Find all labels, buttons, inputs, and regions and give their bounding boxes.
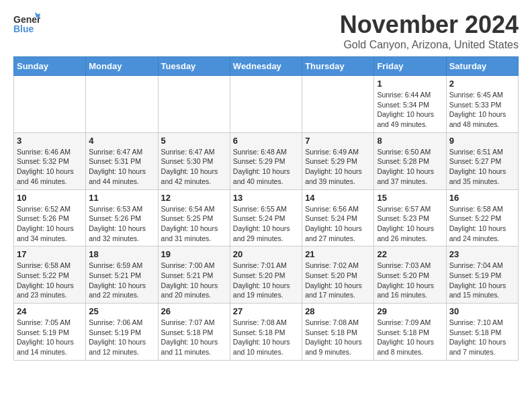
calendar-cell: 30Sunrise: 7:10 AM Sunset: 5:18 PM Dayli… <box>446 304 518 361</box>
day-number: 4 <box>89 136 154 146</box>
weekday-header-wednesday: Wednesday <box>230 57 302 76</box>
calendar-cell <box>158 76 230 133</box>
day-number: 11 <box>89 193 154 203</box>
day-info: Sunrise: 7:08 AM Sunset: 5:18 PM Dayligh… <box>305 318 371 357</box>
day-info: Sunrise: 6:57 AM Sunset: 5:23 PM Dayligh… <box>377 204 443 244</box>
day-info: Sunrise: 6:55 AM Sunset: 5:24 PM Dayligh… <box>233 204 299 244</box>
day-number: 16 <box>449 193 515 203</box>
day-info: Sunrise: 7:08 AM Sunset: 5:18 PM Dayligh… <box>233 318 299 357</box>
calendar-cell: 12Sunrise: 6:54 AM Sunset: 5:25 PM Dayli… <box>158 189 230 246</box>
weekday-header-row: SundayMondayTuesdayWednesdayThursdayFrid… <box>14 57 519 76</box>
day-info: Sunrise: 7:09 AM Sunset: 5:18 PM Dayligh… <box>377 318 443 357</box>
day-number: 24 <box>17 306 83 316</box>
month-title: November 2024 <box>340 11 519 39</box>
weekday-header-sunday: Sunday <box>14 57 86 76</box>
calendar-cell: 8Sunrise: 6:50 AM Sunset: 5:28 PM Daylig… <box>374 132 446 189</box>
calendar-cell: 27Sunrise: 7:08 AM Sunset: 5:18 PM Dayli… <box>230 304 302 361</box>
calendar-cell: 10Sunrise: 6:52 AM Sunset: 5:26 PM Dayli… <box>14 189 86 246</box>
day-number: 22 <box>377 249 443 259</box>
calendar-cell: 25Sunrise: 7:06 AM Sunset: 5:19 PM Dayli… <box>86 304 158 361</box>
day-number: 7 <box>305 136 371 146</box>
calendar-cell: 11Sunrise: 6:53 AM Sunset: 5:26 PM Dayli… <box>86 189 158 246</box>
weekday-header-saturday: Saturday <box>446 57 518 76</box>
calendar-cell: 15Sunrise: 6:57 AM Sunset: 5:23 PM Dayli… <box>374 189 446 246</box>
day-number: 21 <box>305 249 371 259</box>
day-info: Sunrise: 6:48 AM Sunset: 5:29 PM Dayligh… <box>233 147 299 187</box>
day-info: Sunrise: 6:45 AM Sunset: 5:33 PM Dayligh… <box>449 90 515 130</box>
day-number: 2 <box>449 79 515 89</box>
day-number: 12 <box>161 193 227 203</box>
day-info: Sunrise: 6:58 AM Sunset: 5:22 PM Dayligh… <box>17 261 83 300</box>
day-number: 23 <box>449 249 515 259</box>
logo-icon: General Blue <box>13 11 40 38</box>
day-number: 9 <box>449 136 515 146</box>
calendar-cell <box>230 76 302 133</box>
calendar-cell: 26Sunrise: 7:07 AM Sunset: 5:18 PM Dayli… <box>158 304 230 361</box>
calendar-cell: 21Sunrise: 7:02 AM Sunset: 5:20 PM Dayli… <box>302 246 374 304</box>
calendar-cell: 3Sunrise: 6:46 AM Sunset: 5:32 PM Daylig… <box>14 132 86 189</box>
day-number: 15 <box>377 193 443 203</box>
day-info: Sunrise: 6:51 AM Sunset: 5:27 PM Dayligh… <box>449 147 515 187</box>
weekday-header-tuesday: Tuesday <box>158 57 230 76</box>
svg-text:Blue: Blue <box>13 24 34 34</box>
calendar-cell: 13Sunrise: 6:55 AM Sunset: 5:24 PM Dayli… <box>230 189 302 246</box>
calendar-cell <box>302 76 374 133</box>
calendar-cell <box>14 76 86 133</box>
day-number: 10 <box>17 193 83 203</box>
title-section: November 2024 Gold Canyon, Arizona, Unit… <box>340 11 519 51</box>
day-number: 30 <box>449 306 515 316</box>
day-info: Sunrise: 7:07 AM Sunset: 5:18 PM Dayligh… <box>161 318 227 357</box>
calendar-cell: 4Sunrise: 6:47 AM Sunset: 5:31 PM Daylig… <box>86 132 158 189</box>
day-info: Sunrise: 7:06 AM Sunset: 5:19 PM Dayligh… <box>89 318 154 357</box>
calendar-cell: 19Sunrise: 7:00 AM Sunset: 5:21 PM Dayli… <box>158 246 230 304</box>
weekday-header-thursday: Thursday <box>302 57 374 76</box>
day-number: 28 <box>305 306 371 316</box>
day-number: 3 <box>17 136 83 146</box>
calendar-cell: 5Sunrise: 6:47 AM Sunset: 5:30 PM Daylig… <box>158 132 230 189</box>
calendar-cell: 1Sunrise: 6:44 AM Sunset: 5:34 PM Daylig… <box>374 76 446 133</box>
day-info: Sunrise: 7:00 AM Sunset: 5:21 PM Dayligh… <box>161 261 227 300</box>
day-info: Sunrise: 6:53 AM Sunset: 5:26 PM Dayligh… <box>89 204 154 244</box>
day-number: 1 <box>377 79 443 89</box>
day-info: Sunrise: 6:47 AM Sunset: 5:30 PM Dayligh… <box>161 147 227 187</box>
day-info: Sunrise: 7:04 AM Sunset: 5:19 PM Dayligh… <box>449 261 515 300</box>
day-number: 8 <box>377 136 443 146</box>
day-info: Sunrise: 6:54 AM Sunset: 5:25 PM Dayligh… <box>161 204 227 244</box>
day-number: 26 <box>161 306 227 316</box>
day-info: Sunrise: 7:03 AM Sunset: 5:20 PM Dayligh… <box>377 261 443 300</box>
day-info: Sunrise: 7:10 AM Sunset: 5:18 PM Dayligh… <box>449 318 515 357</box>
day-info: Sunrise: 6:46 AM Sunset: 5:32 PM Dayligh… <box>17 147 83 187</box>
day-number: 6 <box>233 136 299 146</box>
day-info: Sunrise: 7:02 AM Sunset: 5:20 PM Dayligh… <box>305 261 371 300</box>
calendar-cell: 24Sunrise: 7:05 AM Sunset: 5:19 PM Dayli… <box>14 304 86 361</box>
day-number: 13 <box>233 193 299 203</box>
weekday-header-monday: Monday <box>86 57 158 76</box>
calendar-table: SundayMondayTuesdayWednesdayThursdayFrid… <box>13 56 519 361</box>
day-number: 29 <box>377 306 443 316</box>
calendar-cell: 2Sunrise: 6:45 AM Sunset: 5:33 PM Daylig… <box>446 76 518 133</box>
day-info: Sunrise: 6:59 AM Sunset: 5:21 PM Dayligh… <box>89 261 154 300</box>
day-info: Sunrise: 6:56 AM Sunset: 5:24 PM Dayligh… <box>305 204 371 244</box>
calendar-week-1: 1Sunrise: 6:44 AM Sunset: 5:34 PM Daylig… <box>14 76 519 133</box>
calendar-cell: 29Sunrise: 7:09 AM Sunset: 5:18 PM Dayli… <box>374 304 446 361</box>
day-info: Sunrise: 7:01 AM Sunset: 5:20 PM Dayligh… <box>233 261 299 300</box>
logo: General Blue <box>13 11 40 38</box>
calendar-cell: 6Sunrise: 6:48 AM Sunset: 5:29 PM Daylig… <box>230 132 302 189</box>
day-number: 27 <box>233 306 299 316</box>
day-number: 20 <box>233 249 299 259</box>
day-number: 25 <box>89 306 154 316</box>
calendar-week-5: 24Sunrise: 7:05 AM Sunset: 5:19 PM Dayli… <box>14 304 519 361</box>
calendar-cell: 7Sunrise: 6:49 AM Sunset: 5:29 PM Daylig… <box>302 132 374 189</box>
calendar-cell: 18Sunrise: 6:59 AM Sunset: 5:21 PM Dayli… <box>86 246 158 304</box>
day-info: Sunrise: 6:47 AM Sunset: 5:31 PM Dayligh… <box>89 147 154 187</box>
day-number: 17 <box>17 249 83 259</box>
day-number: 18 <box>89 249 154 259</box>
day-number: 19 <box>161 249 227 259</box>
day-info: Sunrise: 6:52 AM Sunset: 5:26 PM Dayligh… <box>17 204 83 244</box>
calendar-week-2: 3Sunrise: 6:46 AM Sunset: 5:32 PM Daylig… <box>14 132 519 189</box>
calendar-week-3: 10Sunrise: 6:52 AM Sunset: 5:26 PM Dayli… <box>14 189 519 246</box>
calendar-cell: 23Sunrise: 7:04 AM Sunset: 5:19 PM Dayli… <box>446 246 518 304</box>
day-number: 14 <box>305 193 371 203</box>
day-info: Sunrise: 6:44 AM Sunset: 5:34 PM Dayligh… <box>377 90 443 130</box>
calendar-cell: 28Sunrise: 7:08 AM Sunset: 5:18 PM Dayli… <box>302 304 374 361</box>
